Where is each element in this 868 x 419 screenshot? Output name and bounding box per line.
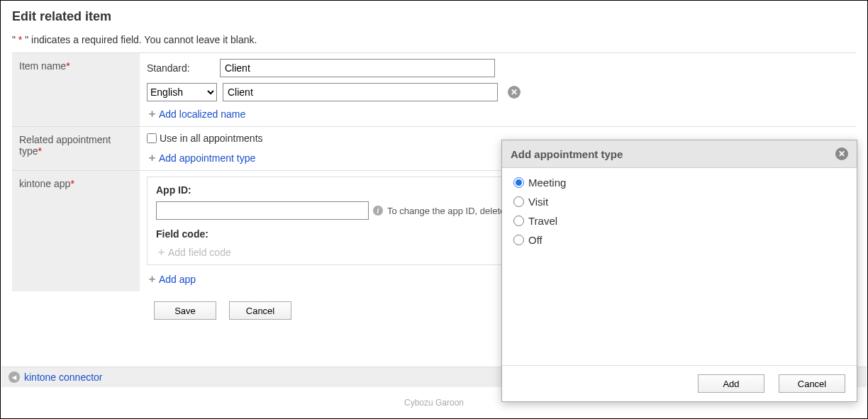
radio-visit-label: Visit [528,196,548,208]
radio-meeting[interactable] [513,177,524,188]
asterisk: * [38,145,41,157]
breadcrumb-link[interactable]: kintone connector [24,371,103,383]
add-app-label: Add app [159,274,196,285]
plus-icon: ＋ [147,272,157,286]
add-appointment-type-modal: Add appointment type ✕ Meeting Visit Tra… [501,140,857,402]
add-localized-name-label: Add localized name [159,108,245,120]
app-id-input[interactable] [156,201,369,220]
related-appt-label-cell: Related appointment type* [12,127,140,170]
language-select[interactable]: English [147,83,217,101]
asterisk: * [66,60,69,72]
required-hint: " * " indicates a required field. You ca… [12,34,856,45]
hint-post: " indicates a required field. You cannot… [22,34,257,45]
page-title: Edit related item [12,9,856,24]
related-appt-label: Related appointment type [19,134,111,157]
remove-localized-icon[interactable]: ✕ [508,86,521,99]
use-in-all-checkbox[interactable] [147,133,157,143]
kintone-app-label: kintone app [19,178,70,189]
hint-pre: " [12,34,18,45]
add-localized-name-link[interactable]: ＋ Add localized name [147,107,245,121]
radio-travel-label: Travel [528,215,557,227]
standard-label: Standard: [147,62,214,74]
radio-visit[interactable] [513,196,524,207]
add-field-code-label: Add field code [168,247,231,258]
modal-title: Add appointment type [511,148,623,160]
item-name-label: Item name [19,60,66,72]
info-icon[interactable]: i [373,206,383,216]
plus-icon: ＋ [156,245,167,259]
add-appointment-type-link[interactable]: ＋ Add appointment type [147,151,255,164]
radio-meeting-label: Meeting [528,177,566,189]
back-icon[interactable]: ◄ [9,371,20,383]
use-in-all-label: Use in all appointments [160,133,263,144]
add-app-link[interactable]: ＋ Add app [147,272,196,286]
app-id-hint: To change the app ID, delete [387,206,505,216]
modal-body: Meeting Visit Travel Off [502,168,857,365]
close-icon[interactable]: ✕ [835,147,848,160]
add-field-code-link: ＋ Add field code [156,245,231,259]
save-button[interactable]: Save [154,301,216,320]
footer-brand: Cybozu Garoon [404,398,464,408]
asterisk: * [70,178,74,189]
plus-icon: ＋ [147,107,157,121]
add-appt-type-label: Add appointment type [159,152,255,164]
plus-icon: ＋ [147,151,157,164]
localized-name-input[interactable] [223,83,498,101]
kintone-app-label-cell: kintone app* [12,171,140,291]
item-name-label-cell: Item name* [12,53,140,126]
radio-off-label: Off [528,234,542,246]
cancel-button[interactable]: Cancel [229,301,291,320]
modal-cancel-button[interactable]: Cancel [779,374,845,393]
radio-travel[interactable] [513,216,524,226]
radio-off[interactable] [513,235,524,245]
modal-add-button[interactable]: Add [698,374,764,393]
standard-name-input[interactable] [220,59,495,77]
